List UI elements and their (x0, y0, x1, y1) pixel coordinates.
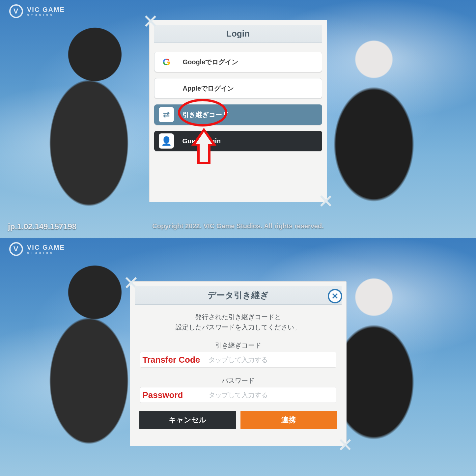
logo-text-2: STUDIOS (27, 251, 65, 255)
close-icon: ✕ (331, 291, 339, 301)
login-apple-label: Appleでログイン (183, 84, 234, 93)
login-guest-label: Guest Login (182, 137, 221, 145)
transfer-code-input[interactable] (140, 352, 336, 368)
corner-decoration-icon (144, 14, 157, 28)
login-modal: Login G Googleでログイン Appleでログイン ⇄ 引き継ぎコード… (149, 20, 327, 202)
apple-icon (159, 81, 174, 96)
screenshot-login: V VIC GAME STUDIOS Login G Googleでログイン A… (0, 0, 476, 238)
login-title: Login (154, 25, 322, 43)
logo-text-1: VIC GAME (27, 6, 65, 14)
cancel-button[interactable]: キャンセル (139, 411, 236, 429)
corner-decoration-icon (338, 438, 352, 452)
copyright-text: Copyright 2022. VIC Game Studios. All ri… (0, 222, 476, 230)
transfer-desc-1: 発行された引き継ぎコードと (140, 312, 336, 322)
studio-logo: V VIC GAME STUDIOS (9, 4, 65, 18)
login-transfer-label: 引き継ぎコード (182, 110, 229, 119)
transfer-title: データ引き継ぎ ✕ (135, 286, 342, 305)
transfer-code-icon: ⇄ (159, 107, 174, 122)
password-input[interactable] (140, 387, 336, 403)
login-apple-button[interactable]: Appleでログイン (154, 78, 322, 98)
studio-logo: V VIC GAME STUDIOS (9, 242, 65, 256)
google-icon: G (159, 54, 174, 70)
logo-ring-icon: V (9, 242, 23, 256)
transfer-code-label: 引き継ぎコード (140, 341, 336, 350)
login-google-button[interactable]: G Googleでログイン (154, 52, 322, 72)
close-button[interactable]: ✕ (328, 289, 342, 303)
logo-text-1: VIC GAME (27, 244, 65, 251)
password-label: パスワード (140, 376, 336, 385)
transfer-modal: データ引き継ぎ ✕ 発行された引き継ぎコードと 設定したパスワードを入力してくだ… (130, 281, 347, 446)
login-transfer-button[interactable]: ⇄ 引き継ぎコード (154, 104, 322, 125)
transfer-desc-2: 設定したパスワードを入力してください。 (140, 322, 336, 332)
link-button[interactable]: 連携 (240, 411, 337, 429)
logo-ring-icon: V (9, 4, 23, 18)
guest-icon: 👤 (159, 133, 174, 149)
screenshot-transfer: V VIC GAME STUDIOS データ引き継ぎ ✕ 発行された引き継ぎコー… (0, 238, 476, 476)
login-guest-button[interactable]: 👤 Guest Login (154, 131, 322, 151)
login-google-label: Googleでログイン (183, 58, 238, 67)
corner-decoration-icon (319, 194, 333, 208)
logo-text-2: STUDIOS (27, 14, 65, 17)
